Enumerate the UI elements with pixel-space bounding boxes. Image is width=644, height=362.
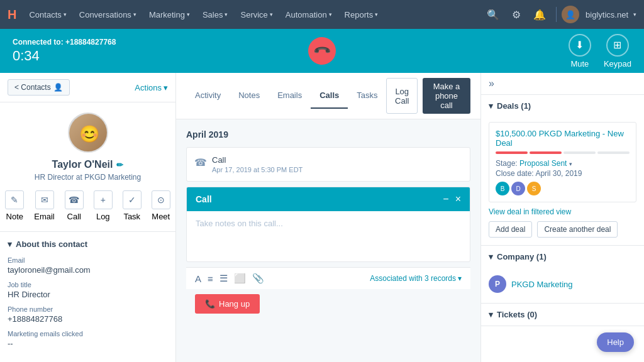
hubspot-logo[interactable]: H: [8, 8, 16, 22]
about-header[interactable]: ▾ About this contact: [8, 239, 168, 249]
about-section: ▾ About this contact Email tayloroneil@g…: [0, 232, 175, 362]
search-icon[interactable]: 🔍: [482, 6, 504, 23]
create-deal-button[interactable]: Create another deal: [537, 221, 618, 238]
help-button[interactable]: Help: [597, 332, 634, 352]
expand-panel-button[interactable]: »: [481, 73, 644, 95]
chevron-down-icon: ▾: [489, 252, 493, 261]
expand-icon: »: [489, 78, 494, 89]
view-deal-link[interactable]: View deal in filtered view: [489, 207, 636, 216]
phone-end-icon: 📞: [312, 41, 331, 60]
avatar[interactable]: 👤: [562, 6, 579, 23]
chevron-down-icon: ▾: [489, 310, 493, 319]
nav-automation[interactable]: Automation ▾: [280, 8, 337, 22]
tab-calls[interactable]: Calls: [311, 83, 348, 109]
close-icon[interactable]: ×: [455, 194, 461, 205]
deal-progress-bars: [496, 151, 630, 154]
company-icon: P: [489, 275, 506, 293]
feed-content: April 2019 ☎ Call Apr 17, 2019 at 5:30 P…: [176, 119, 480, 362]
deal-buttons: Add deal Create another deal: [489, 221, 636, 238]
keypad-button[interactable]: ⊞ Keypad: [604, 34, 631, 69]
center-panel: Activity Notes Emails Calls Tasks Log Ca…: [176, 73, 480, 362]
tab-tasks[interactable]: Tasks: [348, 83, 386, 109]
feed-item-call: ☎ Call Apr 17, 2019 at 5:30 PM EDT: [186, 147, 470, 182]
edit-contact-icon[interactable]: ✏: [116, 160, 123, 170]
contact-profile: 😊 Taylor O'Neil ✏ HR Director at PKGD Ma…: [0, 102, 175, 232]
call-modal-body: Take notes on this call...: [187, 211, 470, 261]
nav-contacts[interactable]: Contacts ▾: [24, 8, 71, 22]
chevron-down-icon: ▾: [8, 239, 12, 249]
hangup-button[interactable]: 📞 Hang up: [195, 294, 260, 314]
log-action[interactable]: + Log: [94, 190, 113, 221]
deal-avatar-2: D: [511, 182, 525, 195]
font-icon[interactable]: A: [195, 273, 201, 284]
deal-avatar-1: B: [496, 182, 509, 195]
chevron-down-icon: ▾: [375, 11, 378, 18]
minimize-icon[interactable]: −: [443, 194, 448, 205]
contact-actions: ✎ Note ✉ Email ☎ Call + Log ✓ Task: [5, 190, 170, 221]
call-connected-label: Connected to: +18884827768: [13, 38, 116, 47]
domain-chevron-icon: ▾: [633, 11, 636, 18]
contact-name: Taylor O'Neil ✏: [52, 159, 124, 170]
right-panel: » ▾ Deals (1) $10,500.00 PKGD Marketing …: [480, 73, 644, 362]
mute-icon: ⬇: [569, 34, 591, 57]
chevron-down-icon: ▾: [489, 101, 493, 111]
chevron-down-icon: ▾: [64, 11, 67, 18]
about-jobtitle-field: Job title HR Director: [8, 281, 168, 299]
list-icon[interactable]: ☰: [219, 273, 228, 284]
nav-sales[interactable]: Sales ▾: [197, 8, 233, 22]
tab-notes[interactable]: Notes: [230, 83, 269, 109]
nav-service[interactable]: Service ▾: [235, 8, 277, 22]
nav-marketing[interactable]: Marketing ▾: [144, 8, 195, 22]
call-action[interactable]: ☎ Call: [65, 190, 84, 221]
tickets-section-header[interactable]: ▾ Tickets (0): [481, 304, 644, 326]
phone-feed-icon: ☎: [194, 156, 207, 168]
call-notes-placeholder: Take notes on this call...: [196, 219, 283, 228]
hangup-area: 📞 Hang up: [186, 289, 470, 319]
call-modal: Call − × Take notes on this call...: [186, 187, 470, 262]
call-info: Connected to: +18884827768 0:34: [13, 38, 116, 64]
actions-button[interactable]: Actions ▾: [135, 83, 168, 92]
meet-action[interactable]: ⊙ Meet: [152, 190, 170, 221]
mute-button[interactable]: ⬇ Mute: [569, 34, 591, 69]
log-call-button[interactable]: Log Call: [386, 78, 418, 114]
call-toolbar: A ≡ ☰ ⬜ 📎 Associated with 3 records ▾: [186, 267, 470, 289]
contact-title: HR Director at PKGD Marketing: [35, 173, 141, 182]
note-action[interactable]: ✎ Note: [5, 190, 24, 221]
tab-activity[interactable]: Activity: [186, 83, 230, 109]
image-icon[interactable]: ⬜: [234, 273, 246, 284]
settings-icon[interactable]: ⚙: [507, 6, 526, 23]
associated-records-button[interactable]: Associated with 3 records ▾: [370, 274, 462, 283]
deal-stage-link[interactable]: Proposal Sent: [519, 159, 567, 168]
deals-section-header[interactable]: ▾ Deals (1): [481, 95, 644, 117]
company-item: P PKGD Marketing: [489, 273, 636, 295]
progress-bar-4: [597, 151, 630, 154]
about-phone-field: Phone number +18884827768: [8, 305, 168, 324]
deals-section-body: $10,500.00 PKGD Marketing - New Deal Sta…: [481, 117, 644, 245]
task-icon: ✓: [123, 190, 142, 209]
company-name[interactable]: PKGD Marketing: [511, 280, 573, 289]
contacts-button[interactable]: < Contacts 👤: [8, 79, 70, 96]
nav-divider: [556, 7, 557, 22]
feed-month-label: April 2019: [186, 129, 470, 140]
task-action[interactable]: ✓ Task: [123, 190, 142, 221]
end-call-button[interactable]: 📞: [308, 37, 336, 65]
deal-name[interactable]: $10,500.00 PKGD Marketing - New Deal: [496, 129, 630, 148]
deal-stage: Stage: Proposal Sent ▾: [496, 159, 630, 168]
notifications-icon[interactable]: 🔔: [528, 6, 551, 23]
company-section-header[interactable]: ▾ Company (1): [481, 246, 644, 268]
email-action[interactable]: ✉ Email: [34, 190, 55, 221]
bold-icon[interactable]: ≡: [208, 273, 213, 284]
feed-item-content: Call Apr 17, 2019 at 5:30 PM EDT: [212, 155, 462, 173]
nav-reports[interactable]: Reports ▾: [340, 8, 384, 22]
call-actions: ⬇ Mute ⊞ Keypad: [569, 34, 631, 69]
company-section: ▾ Company (1) P PKGD Marketing: [481, 246, 644, 304]
top-navigation: H Contacts ▾ Conversations ▾ Marketing ▾…: [0, 0, 644, 29]
nav-conversations[interactable]: Conversations ▾: [74, 8, 142, 22]
make-phone-call-button[interactable]: Make a phone call: [423, 78, 470, 114]
tab-emails[interactable]: Emails: [269, 83, 311, 109]
deal-avatars: B D S: [496, 182, 630, 195]
add-deal-button[interactable]: Add deal: [489, 221, 532, 238]
attachment-icon[interactable]: 📎: [252, 273, 264, 284]
avatar-image: 😊: [69, 114, 108, 153]
chevron-down-icon: ▾: [458, 274, 462, 283]
